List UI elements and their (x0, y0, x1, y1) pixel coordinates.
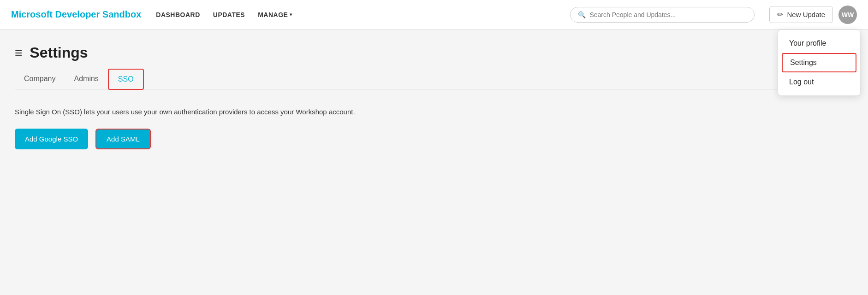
dropdown-item-logout[interactable]: Log out (778, 72, 860, 92)
sso-content: Single Sign On (SSO) lets your users use… (15, 89, 853, 164)
nav-dashboard[interactable]: DASHBOARD (156, 11, 200, 18)
page-title-row: ≡ Settings (15, 30, 853, 69)
search-input[interactable] (589, 11, 747, 18)
tab-sso[interactable]: SSO (108, 69, 144, 90)
tab-company[interactable]: Company (15, 69, 65, 89)
brand-title[interactable]: Microsoft Developer Sandbox (11, 9, 141, 20)
add-saml-button[interactable]: Add SAML (95, 129, 151, 149)
settings-list-icon: ≡ (15, 46, 22, 60)
header-actions: ✏ New Update WW (769, 6, 857, 24)
sso-description: Single Sign On (SSO) lets your users use… (15, 108, 853, 116)
search-icon: 🔍 (578, 11, 586, 18)
dropdown-menu: Your profile Settings Log out (778, 30, 861, 96)
settings-tabs: Company Admins SSO (15, 69, 853, 89)
new-update-button[interactable]: ✏ New Update (769, 6, 833, 23)
dropdown-item-profile[interactable]: Your profile (778, 34, 860, 53)
pencil-icon: ✏ (777, 10, 783, 19)
header: Microsoft Developer Sandbox DASHBOARD UP… (0, 0, 868, 30)
search-container: 🔍 (570, 7, 755, 23)
nav-manage[interactable]: MANAGE ▾ (258, 11, 292, 18)
main-nav: DASHBOARD UPDATES MANAGE ▾ (156, 11, 292, 18)
dropdown-item-settings[interactable]: Settings (782, 53, 856, 72)
avatar[interactable]: WW (838, 6, 857, 24)
page-title: Settings (30, 44, 88, 61)
sso-buttons: Add Google SSO Add SAML (15, 129, 853, 149)
chevron-down-icon: ▾ (290, 12, 292, 17)
tab-admins[interactable]: Admins (65, 69, 107, 89)
search-wrapper: 🔍 (570, 7, 755, 23)
page-content: ≡ Settings Company Admins SSO Single Sig… (0, 30, 868, 164)
add-google-sso-button[interactable]: Add Google SSO (15, 129, 88, 149)
nav-updates[interactable]: UPDATES (213, 11, 245, 18)
